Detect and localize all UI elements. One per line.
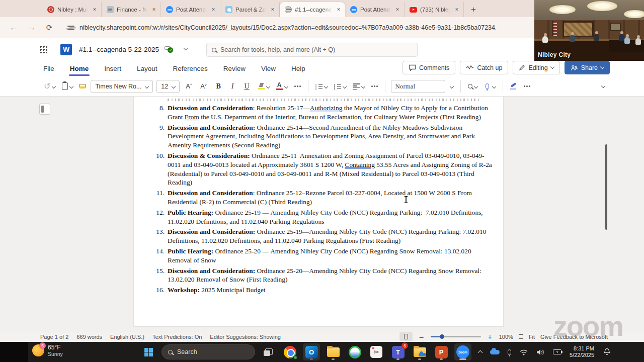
font-size-select[interactable]: 12 [156,80,180,93]
reload-icon[interactable]: ⟳ [43,23,55,32]
highlight-button[interactable] [257,81,271,92]
bullet-list-button[interactable] [314,81,329,92]
alignment-button[interactable] [351,80,366,93]
teams-button[interactable]: T6 [389,343,407,360]
close-tab-icon[interactable] [150,6,157,13]
browser-tab[interactable]: #1.1--ccagend [280,2,345,17]
shrink-font-button[interactable]: Av [198,80,209,92]
find-button[interactable] [466,82,479,90]
zoom-out-button[interactable]: – [418,333,425,341]
meeting-video-thumbnail[interactable]: Nibley City [534,0,644,61]
wifi-icon[interactable] [519,349,528,355]
menu-insert[interactable]: Insert [103,62,122,75]
status-item[interactable]: Text Predictions: On [152,334,202,340]
word-search-box[interactable]: Search for tools, help, and more (Alt + … [206,43,418,57]
app-launcher-icon[interactable] [40,46,47,53]
url-text[interactable]: nibleycity.sharepoint.com/:w:/r/sites/Ci… [79,24,496,31]
menu-references[interactable]: References [172,62,209,75]
browser-tab[interactable]: zmPost Attendee [161,2,220,17]
close-tab-icon[interactable] [453,6,460,13]
new-tab-button[interactable]: + [467,3,480,16]
clock[interactable]: 8:31 PM5/22/2025 [570,345,594,359]
browser-tab[interactable]: zmPost Attendee [345,2,405,17]
menu-view[interactable]: View [260,62,277,75]
weather-widget[interactable]: 5 65°FSunny [32,344,63,357]
green-app-button[interactable] [346,343,363,360]
numbered-list-button[interactable] [333,81,348,92]
font-color-button[interactable]: A [275,80,289,93]
forward-icon[interactable]: → [25,23,38,32]
more-ribbon-options-button[interactable] [522,83,532,89]
italic-button[interactable]: I [228,80,237,93]
comments-button[interactable]: Comments [403,61,455,74]
close-tab-icon[interactable] [91,6,98,13]
zoom-slider-thumb[interactable] [440,334,444,339]
document-title[interactable]: #1.1--ccagenda 5-22-2025 [79,46,159,53]
onedrive-cloud-icon[interactable] [490,350,500,354]
close-tab-icon[interactable] [394,6,401,13]
share-button[interactable]: Share [565,61,610,74]
start-button[interactable] [140,343,157,360]
browser-tab[interactable]: Finance - Nibl [102,2,161,17]
catch-up-button[interactable]: Catch up [460,61,508,74]
volume-icon[interactable] [536,349,545,355]
menu-layout[interactable]: Layout [136,62,158,75]
browser-tab[interactable]: Nibley : Munic [42,2,102,17]
status-item[interactable]: English (U.S.) [110,334,144,340]
style-select[interactable]: Normal [391,80,445,93]
outlook-button[interactable]: O [303,343,320,360]
microphone-icon[interactable] [508,349,511,355]
fit-button[interactable]: Fit [529,334,535,340]
taskbar-search[interactable]: Search [162,344,255,359]
vertical-scrollbar[interactable] [605,144,607,230]
back-icon[interactable]: ← [7,23,20,32]
menu-home[interactable]: Home [69,62,90,75]
styles-chevron-button[interactable] [449,83,455,90]
grow-font-button[interactable]: A^ [183,80,194,92]
editor-button[interactable] [509,81,519,92]
undo-button[interactable]: ↺ [42,79,57,93]
close-tab-icon[interactable] [269,6,276,13]
bold-button[interactable]: B [212,80,224,93]
page-view-button[interactable] [399,332,413,341]
chrome-button[interactable] [281,343,298,360]
title-chevron-icon[interactable] [184,46,188,50]
document-page[interactable]: 8.Discussion and Consideration: Resoluti… [133,97,504,327]
onedrive-folder-button[interactable] [411,343,428,360]
more-paragraph-options-button[interactable] [370,83,379,89]
format-painter-button[interactable] [78,82,87,90]
battery-charging-icon[interactable] [553,349,561,354]
paste-button[interactable] [60,80,74,92]
zoom-level[interactable]: 100% [499,334,513,340]
close-tab-icon[interactable] [210,6,217,13]
word-logo-icon[interactable]: W [60,44,72,55]
font-name-select[interactable]: Times New Ro... [91,80,153,93]
zoom-app-button[interactable]: zoom [454,343,471,360]
notification-bell-icon[interactable] [603,348,611,356]
underline-button[interactable]: U [240,80,253,93]
tray-expand-icon[interactable] [478,350,483,355]
menu-review[interactable]: Review [222,62,247,75]
zoom-in-button[interactable]: + [487,333,494,341]
zoom-slider[interactable] [431,336,481,337]
ribbon-collapse-icon[interactable] [601,84,605,88]
more-font-options-button[interactable] [293,83,302,89]
editing-mode-button[interactable]: Editing [513,61,559,74]
status-item[interactable]: 669 words [76,334,102,340]
browser-tab[interactable]: (733) Nibley C [405,2,464,17]
status-item[interactable]: Page 1 of 2 [40,334,68,340]
site-settings-icon[interactable] [67,25,74,31]
file-explorer-button[interactable] [325,343,342,360]
menu-help[interactable]: Help [290,62,306,75]
address-bar[interactable]: nibleycity.sharepoint.com/:w:/r/sites/Ci… [60,20,503,35]
browser-tab[interactable]: Parcel & Zonin [220,2,280,17]
close-tab-icon[interactable] [335,6,342,13]
menu-file[interactable]: File [42,62,55,75]
snipping-tool-button[interactable]: ✂ [368,343,385,360]
powerpoint-button[interactable]: P [433,343,450,360]
dictate-button[interactable] [482,81,497,91]
saved-to-cloud-icon[interactable]: ✓ [164,46,173,53]
task-view-button[interactable] [260,343,277,360]
status-item[interactable]: Editor Suggestions: Showing [210,334,281,340]
navigation-pane-toggle[interactable] [39,104,50,115]
